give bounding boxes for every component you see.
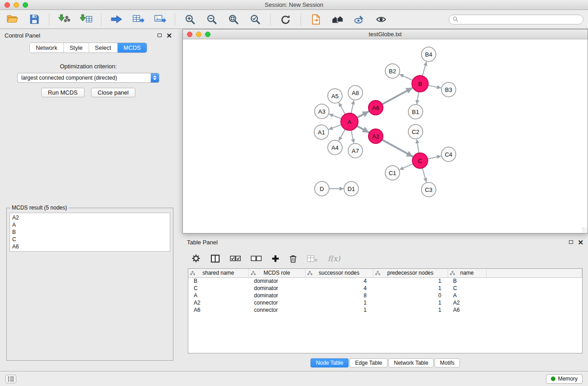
table-cell[interactable]: B: [188, 277, 249, 285]
edge-A-A6[interactable]: [357, 111, 369, 118]
edge-C-C3[interactable]: [422, 168, 426, 182]
edge-B-B4[interactable]: [422, 62, 426, 76]
table-row[interactable]: A2connector11A2: [188, 299, 582, 306]
table-cell[interactable]: 1: [305, 299, 373, 306]
export-table-icon[interactable]: [130, 12, 146, 27]
table-cell[interactable]: 4: [305, 285, 373, 292]
network-minimize-button[interactable]: [196, 32, 201, 37]
edge-C-C1[interactable]: [400, 164, 413, 170]
tab-node-table[interactable]: Node Table: [311, 358, 349, 367]
table-row[interactable]: Cdominator41C: [188, 285, 582, 292]
table-cell[interactable]: A2: [448, 299, 486, 306]
search-input[interactable]: [461, 16, 579, 23]
deselect-all-icon[interactable]: [251, 256, 262, 262]
minimize-window-button[interactable]: [14, 2, 19, 8]
table-cell[interactable]: 1: [305, 306, 373, 314]
export-network-icon[interactable]: [109, 12, 124, 27]
table-cell[interactable]: A6: [448, 306, 486, 314]
zoom-out-icon[interactable]: [204, 12, 220, 27]
edge-A-A7[interactable]: [351, 130, 354, 143]
criterion-dropdown[interactable]: largest connected component (directed): [17, 73, 159, 83]
table-cell[interactable]: B: [448, 277, 486, 285]
table-cell[interactable]: dominator: [249, 277, 305, 285]
table-cell[interactable]: 4: [305, 277, 373, 285]
style-eye-icon[interactable]: [352, 12, 367, 27]
open-session-icon[interactable]: [5, 12, 20, 27]
dropdown-stepper-icon[interactable]: [151, 73, 159, 82]
network-maximize-button[interactable]: [205, 32, 210, 37]
edge-B-B1[interactable]: [417, 92, 419, 104]
table-cell[interactable]: dominator: [249, 292, 305, 299]
edge-C-C2[interactable]: [417, 139, 419, 153]
table-cell[interactable]: 1: [373, 277, 448, 285]
close-window-button[interactable]: [5, 2, 10, 8]
edge-A2-C[interactable]: [382, 140, 413, 157]
task-history-button[interactable]: [5, 375, 16, 383]
table-cell[interactable]: dominator: [249, 285, 305, 292]
close-panel-icon[interactable]: ✕: [166, 32, 172, 39]
zoom-selected-icon[interactable]: [248, 12, 263, 27]
column-header-shared-name[interactable]: shared name: [188, 269, 249, 277]
tab-edge-table[interactable]: Edge Table: [349, 358, 387, 367]
table-cell[interactable]: 1: [373, 299, 448, 306]
float-panel-icon[interactable]: [158, 33, 162, 37]
mcds-result-item[interactable]: A6: [12, 243, 167, 250]
edge-A-A4[interactable]: [339, 129, 345, 141]
add-column-plus-icon[interactable]: [272, 255, 279, 262]
table-cell[interactable]: A: [448, 292, 486, 299]
maximize-window-button[interactable]: [23, 2, 28, 8]
resize-grip[interactable]: [582, 228, 587, 233]
column-header-predecessor-nodes[interactable]: predecessor nodes: [373, 269, 448, 277]
table-cell[interactable]: A2: [188, 299, 249, 306]
network-canvas[interactable]: AA6A2BCA1A3A4A5A7A8B1B2B3B4C1C2C3C4DD1: [183, 39, 588, 233]
import-table-icon[interactable]: [78, 12, 94, 27]
table-cell[interactable]: 1: [373, 306, 448, 314]
network-graph[interactable]: AA6A2BCA1A3A4A5A7A8B1B2B3B4C1C2C3C4DD1: [183, 39, 588, 233]
table-cell[interactable]: connector: [249, 299, 305, 306]
table-cell[interactable]: C: [188, 285, 249, 292]
mcds-result-item[interactable]: A2: [12, 214, 167, 221]
tab-network-table[interactable]: Network Table: [388, 358, 434, 367]
edge-B-B2[interactable]: [399, 74, 412, 80]
tab-mcds[interactable]: MCDS: [118, 43, 147, 52]
tab-style[interactable]: Style: [64, 43, 89, 52]
save-session-icon[interactable]: [26, 12, 42, 27]
tab-motifs[interactable]: Motifs: [435, 358, 460, 367]
refresh-layout-icon[interactable]: [278, 12, 293, 27]
edge-C-C4[interactable]: [428, 156, 441, 159]
edge-A-A8[interactable]: [351, 100, 354, 114]
table-cell[interactable]: 1: [373, 285, 448, 292]
table-row[interactable]: Bdominator41B: [188, 277, 582, 285]
table-cell[interactable]: 8: [305, 292, 373, 299]
mcds-result-item[interactable]: A: [12, 221, 167, 229]
zoom-fit-icon[interactable]: [226, 12, 241, 27]
close-panel-button[interactable]: Close panel: [91, 88, 136, 97]
table-cell[interactable]: A: [188, 292, 249, 299]
home-view-icon[interactable]: [330, 12, 345, 27]
edge-A-A1[interactable]: [329, 125, 341, 129]
table-row[interactable]: Adominator80A: [188, 292, 582, 299]
show-graphics-eye-icon[interactable]: [373, 12, 389, 27]
mcds-result-item[interactable]: B: [12, 229, 167, 236]
zoom-in-icon[interactable]: [182, 12, 198, 27]
table-row[interactable]: A6connector11A6: [188, 306, 582, 314]
table-float-icon[interactable]: [569, 240, 573, 244]
edge-A-A2[interactable]: [357, 126, 369, 133]
tab-network[interactable]: Network: [30, 43, 64, 52]
table-settings-gear-icon[interactable]: [191, 254, 201, 263]
table-cell[interactable]: 0: [373, 292, 448, 299]
select-all-icon[interactable]: [230, 256, 241, 262]
table-cell[interactable]: C: [448, 285, 486, 292]
table-cell[interactable]: connector: [249, 306, 305, 314]
column-header-name[interactable]: name: [448, 269, 486, 277]
edge-A-A5[interactable]: [339, 103, 345, 114]
open-session-doc-icon[interactable]: [308, 12, 324, 27]
import-network-icon[interactable]: [57, 12, 72, 27]
edge-A6-B[interactable]: [382, 88, 412, 104]
table-cell[interactable]: A6: [188, 306, 249, 314]
column-header-successor-nodes[interactable]: successor nodes: [305, 269, 373, 277]
mcds-result-item[interactable]: C: [12, 236, 167, 243]
delete-column-trash-icon[interactable]: [289, 254, 297, 263]
column-header-mcds-role[interactable]: MCDS role: [249, 269, 305, 277]
edge-B-B3[interactable]: [428, 86, 441, 88]
